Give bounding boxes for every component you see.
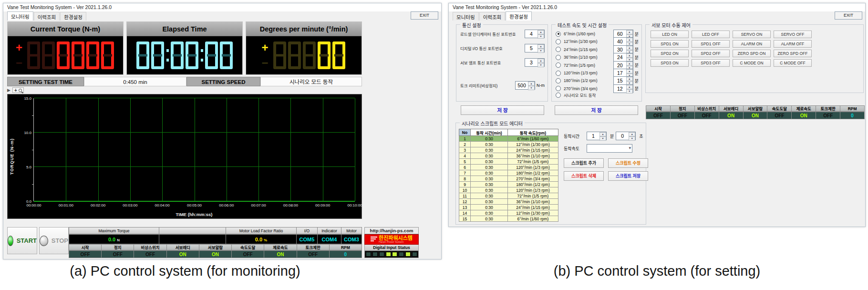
exit-button[interactable]: EXIT — [835, 11, 862, 20]
speed-minutes-stepper[interactable]: 15▲▼ — [613, 76, 633, 85]
stepper-up-icon[interactable]: ▲ — [626, 53, 633, 58]
table-row[interactable]: 20:3012°/min (1/30 rpm) — [459, 142, 558, 147]
speed-minutes-stepper[interactable]: 40▲▼ — [613, 37, 633, 46]
table-row[interactable]: 120:3036°/min (1/10 rpm) — [459, 199, 558, 205]
radio-unselected[interactable] — [556, 86, 561, 91]
servo-button-spd3-off[interactable]: SPD3 OFF — [692, 59, 730, 67]
table-row[interactable]: 110:3072°/min (1/5 rpm) — [459, 193, 558, 199]
speed-minutes-stepper[interactable]: 20▲▼ — [613, 61, 633, 70]
tab-2[interactable]: 환경설정 — [60, 12, 86, 21]
status-header: 제로속도 — [792, 105, 816, 112]
table-row[interactable]: 40:3036°/min (1/10 rpm) — [459, 153, 558, 159]
comm-port-stepper[interactable]: 4▲▼ — [525, 30, 545, 38]
table-row[interactable]: 50:3072°/min (1/5 rpm) — [459, 159, 558, 165]
table-cell: 8 — [459, 176, 471, 182]
radio-selected[interactable] — [556, 31, 561, 37]
comm-port-stepper[interactable]: 500▲▼ — [515, 81, 535, 90]
servo-button-spd1-on[interactable]: SPD1 ON — [651, 40, 689, 48]
speed-minutes-stepper[interactable]: 24▲▼ — [613, 53, 633, 62]
scenario-script-table[interactable]: No동작 시간(min)동작 속도(rpm)10:306°/min (1/60 … — [459, 129, 558, 222]
servo-button-zero-spd-off[interactable]: ZERO SPD OFF — [774, 50, 812, 57]
table-row[interactable]: 130:3024°/min (1/15 rpm) — [459, 205, 558, 210]
radio-unselected[interactable] — [556, 47, 561, 52]
servo-button-alarm-on[interactable]: ALARM ON — [733, 40, 771, 48]
script-button[interactable]: 스크립트 저장 — [608, 171, 648, 181]
tab-1[interactable]: 이력조회 — [34, 12, 60, 21]
script-button[interactable]: 스크립트 추가 — [564, 158, 604, 168]
op-speed-dropdown[interactable] — [587, 144, 632, 153]
table-row[interactable]: 30:3024°/min (1/15 rpm) — [459, 147, 558, 153]
speed-minutes-stepper[interactable]: 17▲▼ — [613, 69, 633, 77]
servo-button-c-mode-on[interactable]: C MODE ON — [733, 59, 771, 67]
op-time-min-stepper[interactable]: 1 ▲▼ — [587, 132, 607, 140]
speed-minutes-stepper[interactable]: 12▲▼ — [613, 84, 633, 93]
stepper-up-icon[interactable]: ▲ — [626, 62, 633, 66]
servo-button-spd3-on[interactable]: SPD3 ON — [651, 59, 689, 67]
exit-button[interactable]: EXIT — [411, 11, 438, 20]
start-button[interactable]: START — [7, 227, 37, 254]
servo-button-spd1-off[interactable]: SPD1 OFF — [692, 40, 730, 48]
vendor-website[interactable]: http://hanjin-ps.com — [364, 227, 419, 234]
display-panel: Degrees per minute (°/min)+− — [246, 21, 362, 75]
stepper-up-icon[interactable]: ▲ — [537, 59, 544, 63]
servo-button-servo-off[interactable]: SERVO OFF — [774, 31, 812, 38]
table-cell: 6°/min (1/60 rpm) — [508, 136, 558, 142]
table-row[interactable]: 10:306°/min (1/60 rpm) — [459, 136, 558, 142]
stepper-up-icon[interactable]: ▲ — [626, 30, 633, 34]
stop-button[interactable]: STOP — [39, 227, 69, 254]
servo-button-c-mode-off[interactable]: C MODE OFF — [774, 59, 812, 67]
servo-button-led-off[interactable]: LED OFF — [692, 31, 730, 38]
op-time-sec-stepper[interactable]: 0 ▲▼ — [616, 132, 636, 140]
tab-0[interactable]: 모니터링 — [453, 12, 479, 21]
table-row[interactable]: 80:30270°/min (3/4 rpm) — [459, 176, 558, 182]
comm-port-stepper[interactable]: 5▲▼ — [525, 44, 545, 52]
servo-button-spd2-on[interactable]: SPD2 ON — [651, 50, 689, 57]
stepper-down-icon[interactable]: ▼ — [537, 34, 544, 39]
torque-chart[interactable]: TORQUE (N-m) 15.010.05.00.000:00:0000:01… — [7, 94, 362, 219]
script-button[interactable]: 스크립트 삭제 — [564, 171, 604, 181]
servo-button-led-on[interactable]: LED ON — [651, 31, 689, 38]
crosshair-icon[interactable]: + — [14, 88, 17, 93]
table-row[interactable]: 140:3012°/min (1/30 rpm) — [459, 210, 558, 216]
play-icon[interactable]: ▶ — [7, 88, 10, 93]
stepper-up-icon[interactable]: ▲ — [626, 38, 633, 42]
table-row[interactable]: 90:30180°/min (1/2 rpm) — [459, 182, 558, 187]
radio-unselected[interactable] — [556, 78, 561, 83]
speed-minutes-stepper[interactable]: 30▲▼ — [613, 45, 633, 54]
radio-unselected[interactable] — [556, 39, 561, 44]
stepper-up-icon[interactable]: ▲ — [528, 82, 535, 86]
table-row[interactable]: 70:30180°/min (1/2 rpm) — [459, 170, 558, 176]
stepper-up-icon[interactable]: ▲ — [537, 44, 544, 49]
colon-separator — [199, 41, 204, 69]
stepper-up-icon[interactable]: ▲ — [626, 85, 633, 89]
comm-port-stepper[interactable]: 3▲▼ — [525, 58, 545, 67]
stepper-down-icon[interactable]: ▼ — [528, 86, 535, 90]
speed-minutes-stepper[interactable]: 60▲▼ — [613, 30, 633, 38]
tab-0[interactable]: 모니터링 — [7, 11, 33, 21]
table-row[interactable]: 60:30120°/min (1/3 rpm) — [459, 165, 558, 170]
stepper-up-icon[interactable]: ▲ — [537, 30, 544, 34]
tab-1[interactable]: 이력조회 — [479, 12, 506, 21]
stepper-up-icon[interactable]: ▲ — [626, 46, 633, 50]
table-row[interactable]: 100:30120°/min (1/3 rpm) — [459, 187, 558, 193]
stepper-up-icon[interactable]: ▲ — [626, 69, 633, 73]
script-button[interactable]: 스크립트 수정 — [608, 158, 648, 168]
stepper-up-icon[interactable]: ▲ — [626, 77, 633, 81]
table-cell: 72°/min (1/5 rpm) — [508, 193, 558, 199]
comm-save-button[interactable]: 저 장 — [461, 105, 544, 115]
servo-button-servo-on[interactable]: SERVO ON — [733, 31, 771, 38]
servo-button-spd2-off[interactable]: SPD2 OFF — [692, 50, 730, 57]
stepper-down-icon[interactable]: ▼ — [537, 63, 544, 67]
status-header: 서보레디 — [719, 105, 744, 112]
speed-save-button[interactable]: 저 장 — [555, 105, 638, 115]
table-row[interactable]: 150:306°/min (1/60 rpm) — [459, 216, 558, 222]
stepper-down-icon[interactable]: ▼ — [537, 49, 544, 53]
radio-unselected[interactable] — [556, 62, 561, 68]
servo-button-zero-spd-on[interactable]: ZERO SPD ON — [733, 50, 771, 57]
tab-2[interactable]: 환경설정 — [506, 11, 532, 21]
radio-unselected[interactable] — [556, 55, 561, 60]
radio-unselected[interactable] — [556, 71, 561, 76]
zoom-icon[interactable] — [19, 89, 22, 92]
radio-unselected[interactable] — [556, 93, 561, 98]
servo-button-alarm-off[interactable]: ALARM OFF — [774, 40, 812, 48]
